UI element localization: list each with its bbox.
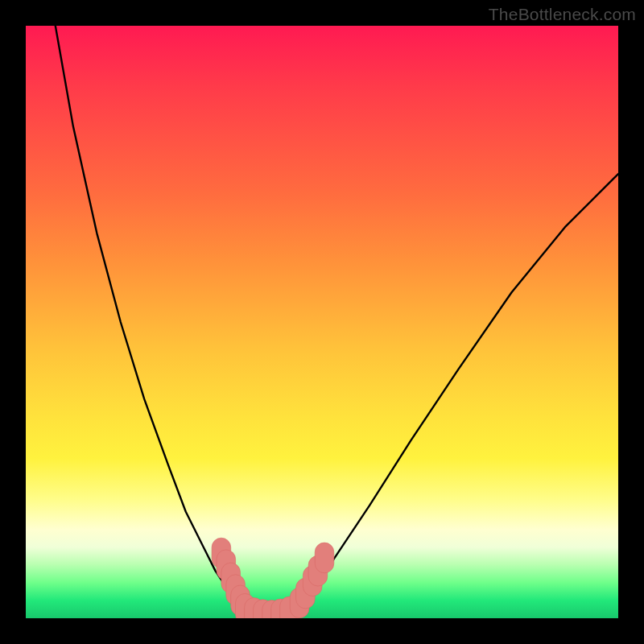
watermark-text: TheBottleneck.com xyxy=(489,5,636,24)
bottleneck-curve xyxy=(56,26,618,616)
plot-area xyxy=(26,26,618,618)
chart-frame: TheBottleneck.com xyxy=(0,0,644,644)
curve-marker xyxy=(315,543,334,573)
bottleneck-curve-path xyxy=(56,26,618,616)
chart-svg xyxy=(26,26,618,618)
marker-layer xyxy=(212,538,334,618)
svg-rect-15 xyxy=(315,543,334,573)
